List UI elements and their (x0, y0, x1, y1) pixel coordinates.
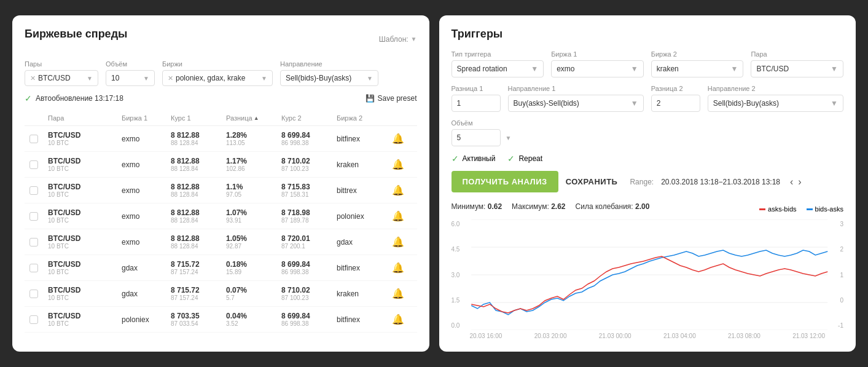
exchange2-select[interactable]: kraken ▼ (651, 60, 744, 77)
row-checkbox[interactable] (29, 238, 38, 247)
row-checkbox[interactable] (29, 315, 38, 324)
min-stat: Минимум: 0.62 (452, 202, 502, 211)
price2-sub: 86 998.38 (281, 269, 337, 275)
row-checkbox[interactable] (29, 212, 38, 221)
diff-abs: 5.7 (226, 294, 281, 301)
bell-icon[interactable]: 🔔 (386, 236, 410, 248)
direction1-label: Направление 1 (508, 85, 644, 92)
max-stat: Максимум: 2.62 (512, 202, 565, 211)
spread-table: Пара Биржа 1 Курс 1 Разница ▲ Курс 2 Бир… (25, 111, 417, 333)
next-arrow-button[interactable]: › (798, 176, 801, 187)
exchange2-group: Биржа 2 kraken ▼ (651, 50, 744, 77)
exchange1-cell: gdax (122, 264, 171, 272)
exchange1-select[interactable]: exmo ▼ (551, 60, 644, 77)
exchange1-cell: gdax (122, 290, 171, 298)
direction1-select[interactable]: Buy(asks)-Sell(bids) ▼ (508, 95, 644, 112)
bell-icon[interactable]: 🔔 (386, 262, 410, 274)
col-diff[interactable]: Разница ▲ (226, 114, 281, 122)
pairs-label: Пары (25, 60, 98, 68)
pair-volume: 10 BTC (48, 165, 122, 172)
trigger-row-1: Тип триггера Spread rotation ▼ Биржа 1 e… (452, 50, 844, 77)
repeat-item: ✓ Repeat (507, 154, 542, 164)
save-button[interactable]: СОХРАНИТЬ (566, 177, 618, 186)
direction2-select[interactable]: Sell(bids)-Buy(asks) ▼ (708, 95, 843, 112)
bell-icon[interactable]: 🔔 (386, 210, 410, 222)
diff-cell: 1.07% 93.91 (226, 208, 281, 224)
pair-volume: 10 BTC (48, 294, 122, 301)
price2-main: 8 715.83 (281, 183, 337, 191)
direction-select[interactable]: Sell(bids)-Buy(asks) ▼ (280, 70, 378, 86)
get-analysis-button[interactable]: ПОЛУЧИТЬ АНАЛИЗ (452, 171, 558, 192)
checkbox-cell[interactable] (29, 160, 48, 169)
direction2-arrow-icon: ▼ (831, 99, 838, 108)
checkbox-cell[interactable] (29, 212, 48, 221)
row-checkbox[interactable] (29, 135, 38, 143)
price1-sub: 88 128.84 (171, 191, 226, 198)
row-checkbox[interactable] (29, 290, 38, 298)
bell-icon[interactable]: 🔔 (386, 159, 410, 170)
pair-volume: 10 BTC (48, 217, 122, 224)
range-label: Range: (630, 178, 654, 186)
pairs-select[interactable]: ✕ BTC/USD ▼ (25, 70, 98, 86)
row-checkbox[interactable] (29, 264, 38, 272)
pairs-clear-icon[interactable]: ✕ (30, 74, 36, 82)
pair-name: BTC/USD (48, 131, 122, 140)
trigger-row-2: Разница 1 Направление 1 Buy(asks)-Sell(b… (452, 85, 844, 112)
exchange1-cell: exmo (122, 160, 171, 169)
exchange1-value: exmo (557, 65, 574, 73)
diff-abs: 102.86 (226, 165, 281, 172)
diff2-input[interactable] (651, 95, 700, 112)
y-labels-right: 3 2 1 0 -1 (829, 219, 843, 330)
price1-main: 8 812.88 (171, 131, 226, 140)
trigger-type-label: Тип триггера (452, 50, 544, 58)
checkbox-cell[interactable] (29, 290, 48, 298)
save-preset-button[interactable]: 💾 Save preset (366, 94, 416, 103)
direction-label: Направление (280, 60, 378, 68)
checkbox-cell[interactable] (29, 186, 48, 195)
template-selector[interactable]: Шаблон: ▼ (379, 35, 417, 44)
price2-cell: 8 715.83 87 158.31 (281, 183, 337, 198)
pair-name: BTC/USD (48, 234, 122, 243)
diff-pct: 1.17% (226, 157, 281, 165)
pair-cell: BTC/USD 10 BTC (48, 131, 122, 146)
price1-main: 8 715.72 (171, 286, 226, 294)
diff-cell: 1.05% 92.87 (226, 234, 281, 250)
table-row: BTC/USD 10 BTC exmo 8 812.88 88 128.84 1… (25, 203, 417, 229)
pair-cell: BTC/USD 10 BTC (48, 260, 122, 275)
active-label: Активный (463, 154, 496, 163)
exchanges-select[interactable]: ✕ poloniex, gdax, krake ▼ (162, 70, 273, 86)
diff1-input[interactable] (452, 95, 501, 112)
table-row: BTC/USD 10 BTC gdax 8 715.72 87 157.24 0… (25, 255, 417, 281)
pair-select[interactable]: BTC/USD ▼ (751, 60, 843, 77)
checkbox-cell[interactable] (29, 238, 48, 247)
bell-icon[interactable]: 🔔 (386, 314, 410, 325)
price2-main: 8 710.02 (281, 157, 337, 165)
bell-icon[interactable]: 🔔 (386, 133, 410, 144)
row-checkbox[interactable] (29, 186, 38, 195)
diff-cell: 1.17% 102.86 (226, 157, 281, 172)
price2-cell: 8 720.01 87 200.1 (281, 234, 337, 250)
price1-sub: 87 157.24 (171, 294, 226, 301)
row-checkbox[interactable] (29, 160, 38, 169)
exchange2-cell: kraken (337, 290, 386, 298)
exchanges-filter: Биржи ✕ poloniex, gdax, krake ▼ (162, 60, 273, 86)
exchanges-clear-icon[interactable]: ✕ (168, 74, 173, 82)
left-panel: Биржевые спреды Шаблон: ▼ Пары ✕ BTC/USD… (12, 15, 429, 352)
pair-label: Пара (751, 50, 843, 58)
volume-select[interactable]: 10 ▼ (106, 70, 155, 86)
volume-input[interactable] (452, 129, 501, 146)
col-price2: Курс 2 (281, 114, 337, 122)
trigger-type-select[interactable]: Spread rotation ▼ (452, 60, 544, 77)
bell-icon[interactable]: 🔔 (386, 184, 410, 196)
template-arrow-icon[interactable]: ▼ (411, 36, 417, 42)
volume-arrow-icon: ▼ (506, 135, 512, 141)
bell-icon[interactable]: 🔔 (386, 288, 410, 299)
legend-asks-bids: asks-bids (759, 205, 796, 213)
price1-cell: 8 812.88 88 128.84 (171, 131, 226, 146)
prev-arrow-button[interactable]: ‹ (790, 176, 793, 187)
trigger-type-arrow-icon: ▼ (531, 65, 538, 73)
checkbox-cell[interactable] (29, 135, 48, 143)
exchange2-cell: bitfinex (337, 135, 386, 143)
checkbox-cell[interactable] (29, 315, 48, 324)
checkbox-cell[interactable] (29, 264, 48, 272)
